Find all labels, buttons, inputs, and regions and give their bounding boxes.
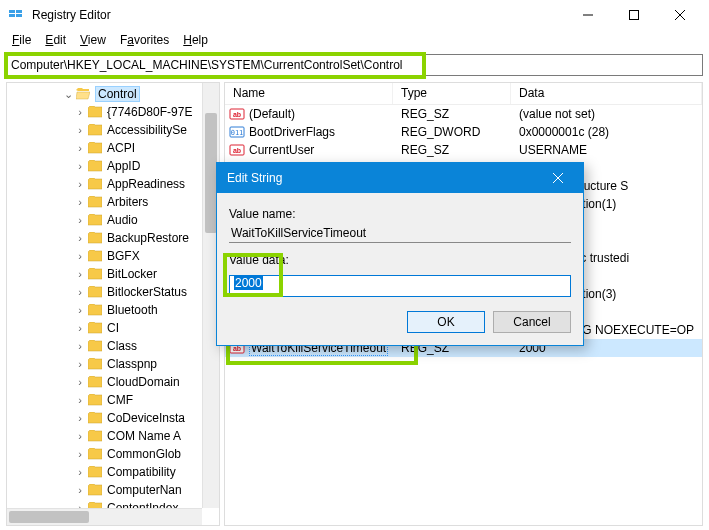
expand-icon[interactable]: › — [73, 214, 87, 226]
value-icon: 011 — [229, 124, 245, 140]
header-data[interactable]: Data — [511, 83, 702, 104]
expand-icon[interactable]: › — [73, 106, 87, 118]
minimize-button[interactable] — [565, 0, 611, 30]
folder-icon — [87, 159, 103, 173]
dialog-titlebar[interactable]: Edit String — [217, 163, 583, 193]
folder-icon — [87, 249, 103, 263]
window-buttons — [565, 0, 703, 30]
tree-node[interactable]: ›Bluetooth — [7, 301, 219, 319]
window-title: Registry Editor — [32, 8, 111, 22]
expand-icon[interactable]: › — [73, 448, 87, 460]
folder-icon — [87, 429, 103, 443]
folder-icon — [87, 447, 103, 461]
expand-icon[interactable]: › — [73, 142, 87, 154]
value-icon: ab — [229, 142, 245, 158]
expand-icon[interactable]: › — [73, 160, 87, 172]
expand-icon[interactable]: › — [73, 412, 87, 424]
tree-node[interactable]: ›Class — [7, 337, 219, 355]
folder-icon — [87, 483, 103, 497]
tree-node[interactable]: ›AppReadiness — [7, 175, 219, 193]
list-row[interactable]: abCurrentUserREG_SZUSERNAME — [225, 141, 702, 159]
svg-rect-2 — [16, 10, 22, 13]
tree-node[interactable]: ›Compatibility — [7, 463, 219, 481]
tree-node[interactable]: ›BackupRestore — [7, 229, 219, 247]
expand-icon[interactable]: › — [73, 196, 87, 208]
svg-rect-0 — [9, 10, 15, 13]
tree-node[interactable]: ›CoDeviceInsta — [7, 409, 219, 427]
value-name-label: Value name: — [229, 207, 571, 221]
folder-icon — [87, 285, 103, 299]
list-row[interactable]: 011BootDriverFlagsREG_DWORD0x0000001c (2… — [225, 123, 702, 141]
folder-open-icon — [75, 87, 91, 101]
tree-node[interactable]: ›{7746D80F-97E — [7, 103, 219, 121]
cancel-button[interactable]: Cancel — [493, 311, 571, 333]
address-bar-container: Computer\HKEY_LOCAL_MACHINE\SYSTEM\Curre… — [0, 50, 709, 82]
tree-node[interactable]: ›Classpnp — [7, 355, 219, 373]
expand-icon[interactable]: › — [73, 340, 87, 352]
folder-icon — [87, 357, 103, 371]
header-name[interactable]: Name — [225, 83, 393, 104]
svg-text:ab: ab — [233, 147, 241, 154]
tree-node[interactable]: ›CloudDomain — [7, 373, 219, 391]
tree-node[interactable]: ›Audio — [7, 211, 219, 229]
expand-icon[interactable]: › — [73, 178, 87, 190]
tree-node[interactable]: ›Arbiters — [7, 193, 219, 211]
close-button[interactable] — [657, 0, 703, 30]
tree-node[interactable]: ›AccessibilitySe — [7, 121, 219, 139]
folder-icon — [87, 231, 103, 245]
tree-node[interactable]: ›CommonGlob — [7, 445, 219, 463]
address-bar[interactable]: Computer\HKEY_LOCAL_MACHINE\SYSTEM\Curre… — [6, 54, 703, 76]
value-data-label: Value data: — [229, 253, 571, 267]
list-header: Name Type Data — [225, 83, 702, 105]
tree-node[interactable]: ›COM Name A — [7, 427, 219, 445]
value-data-field[interactable]: 2000 — [229, 275, 571, 297]
svg-text:ab: ab — [233, 345, 241, 352]
expand-icon[interactable]: › — [73, 394, 87, 406]
expand-icon[interactable]: › — [73, 376, 87, 388]
folder-icon — [87, 339, 103, 353]
expand-icon[interactable]: › — [73, 250, 87, 262]
dialog-title: Edit String — [227, 171, 282, 185]
expand-icon[interactable]: › — [73, 304, 87, 316]
expand-icon[interactable]: › — [73, 484, 87, 496]
menu-favorites[interactable]: Favorites — [114, 31, 175, 49]
tree-node[interactable]: ›BGFX — [7, 247, 219, 265]
folder-icon — [87, 375, 103, 389]
tree-node[interactable]: ›ComputerNan — [7, 481, 219, 499]
expand-icon[interactable]: › — [73, 466, 87, 478]
folder-icon — [87, 393, 103, 407]
maximize-button[interactable] — [611, 0, 657, 30]
tree-node[interactable]: ›CMF — [7, 391, 219, 409]
ok-button[interactable]: OK — [407, 311, 485, 333]
dialog-close-button[interactable] — [543, 163, 573, 193]
list-row[interactable]: ab(Default)REG_SZ(value not set) — [225, 105, 702, 123]
tree-node[interactable]: ›AppID — [7, 157, 219, 175]
svg-text:011: 011 — [231, 129, 244, 137]
menu-view[interactable]: View — [74, 31, 112, 49]
expand-icon[interactable]: › — [73, 232, 87, 244]
collapse-icon[interactable]: ⌄ — [61, 88, 75, 101]
header-type[interactable]: Type — [393, 83, 511, 104]
folder-icon — [87, 177, 103, 191]
value-name-field[interactable] — [229, 223, 571, 243]
tree-node[interactable]: ›ACPI — [7, 139, 219, 157]
tree-horizontal-scrollbar[interactable] — [7, 508, 202, 525]
tree-node[interactable]: ›CI — [7, 319, 219, 337]
expand-icon[interactable]: › — [73, 286, 87, 298]
expand-icon[interactable]: › — [73, 358, 87, 370]
value-icon: ab — [229, 106, 245, 122]
titlebar: Registry Editor — [0, 0, 709, 30]
expand-icon[interactable]: › — [73, 268, 87, 280]
expand-icon[interactable]: › — [73, 322, 87, 334]
menu-help[interactable]: Help — [177, 31, 214, 49]
tree-node-control[interactable]: ⌄Control — [7, 85, 219, 103]
tree-node[interactable]: ›BitLocker — [7, 265, 219, 283]
folder-icon — [87, 303, 103, 317]
expand-icon[interactable]: › — [73, 124, 87, 136]
menu-edit[interactable]: Edit — [39, 31, 72, 49]
folder-icon — [87, 195, 103, 209]
expand-icon[interactable]: › — [73, 430, 87, 442]
tree-node[interactable]: ›BitlockerStatus — [7, 283, 219, 301]
menu-file[interactable]: File — [6, 31, 37, 49]
menu-bar: File Edit View Favorites Help — [0, 30, 709, 50]
